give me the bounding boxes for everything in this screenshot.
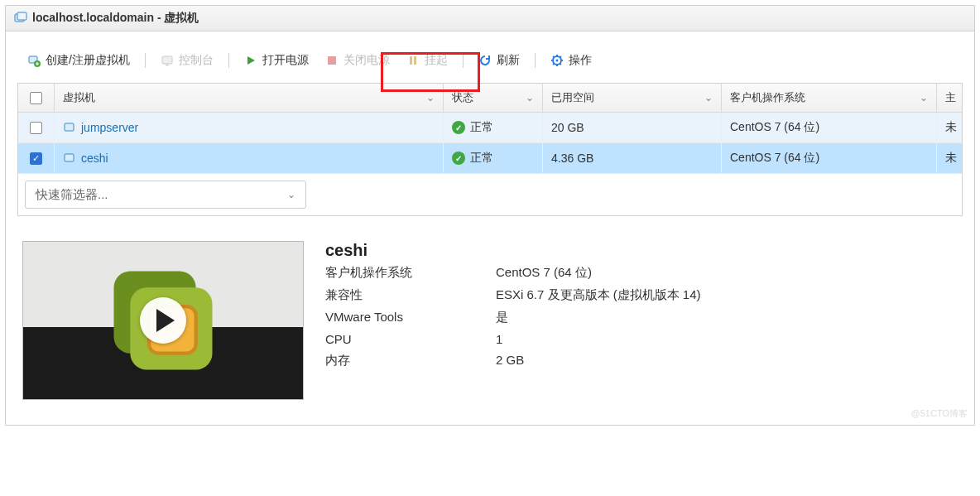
svg-rect-12 — [65, 154, 74, 161]
svg-rect-6 — [328, 56, 336, 65]
status-ok-icon: ✓ — [452, 121, 465, 134]
table-footer: 快速筛选器... ⌄ — [18, 174, 962, 215]
create-vm-icon — [27, 54, 41, 67]
svg-point-10 — [555, 60, 558, 62]
chevron-down-icon: ⌄ — [287, 189, 295, 200]
play-icon — [244, 54, 257, 67]
table-header-row: 虚拟机⌄ 状态⌄ 已用空间⌄ 客户机操作系统⌄ 主 — [18, 84, 962, 113]
table-row[interactable]: ✓ ceshi ✓正常 4.36 GB CentOS 7 (64 位) 未 — [18, 143, 962, 174]
power-on-button[interactable]: 打开电源 — [238, 50, 315, 71]
gear-icon — [550, 54, 564, 67]
status-cell: ✓正常 — [444, 143, 543, 173]
host-cell: 未 — [937, 113, 962, 142]
row-checkbox[interactable] — [30, 122, 42, 134]
detail-row: 兼容性ESXi 6.7 及更高版本 (虚拟机版本 14) — [325, 284, 958, 306]
pause-icon — [406, 54, 420, 67]
os-cell: CentOS 7 (64 位) — [722, 143, 937, 173]
header-space[interactable]: 已用空间⌄ — [543, 84, 722, 112]
stop-icon — [325, 54, 339, 67]
host-cell: 未 — [937, 143, 962, 173]
create-register-vm-button[interactable]: 创建/注册虚拟机 — [21, 50, 137, 71]
header-checkbox-cell[interactable] — [18, 84, 55, 112]
svg-rect-7 — [410, 56, 412, 65]
select-all-checkbox[interactable] — [30, 92, 42, 104]
panel-title: localhost.localdomain - 虚拟机 — [32, 11, 199, 26]
detail-area: ceshi 客户机操作系统CentOS 7 (64 位) 兼容性ESXi 6.7… — [17, 216, 963, 417]
play-overlay-icon — [140, 297, 186, 344]
vm-name-cell[interactable]: jumpserver — [55, 113, 444, 142]
vm-icon — [63, 152, 76, 165]
vm-name-cell[interactable]: ceshi — [55, 143, 444, 173]
svg-rect-11 — [65, 123, 74, 131]
svg-rect-4 — [162, 56, 172, 64]
toolbar-separator — [228, 53, 229, 68]
table-row[interactable]: jumpserver ✓正常 20 GB CentOS 7 (64 位) 未 — [18, 113, 962, 143]
vm-table: 虚拟机⌄ 状态⌄ 已用空间⌄ 客户机操作系统⌄ 主 jumpserver ✓正常… — [17, 83, 963, 216]
detail-row: CPU1 — [325, 329, 958, 349]
detail-row: VMware Tools是 — [325, 306, 958, 329]
refresh-button[interactable]: 刷新 — [472, 50, 526, 71]
space-cell: 20 GB — [543, 113, 722, 142]
detail-info: ceshi 客户机操作系统CentOS 7 (64 位) 兼容性ESXi 6.7… — [325, 241, 958, 400]
detail-row: 客户机操作系统CentOS 7 (64 位) — [325, 262, 958, 284]
chevron-down-icon: ⌄ — [920, 92, 928, 104]
status-ok-icon: ✓ — [452, 152, 465, 165]
chevron-down-icon: ⌄ — [526, 92, 534, 104]
row-checkbox-cell[interactable] — [18, 113, 55, 142]
header-os[interactable]: 客户机操作系统⌄ — [722, 84, 937, 112]
row-checkbox[interactable]: ✓ — [30, 152, 42, 165]
suspend-button: 挂起 — [400, 50, 454, 71]
quick-filter-select[interactable]: 快速筛选器... ⌄ — [25, 181, 306, 209]
svg-rect-1 — [17, 12, 26, 20]
power-off-button: 关闭电源 — [319, 50, 396, 71]
watermark: @51CTO博客 — [911, 407, 968, 420]
space-cell: 4.36 GB — [543, 143, 722, 173]
header-host[interactable]: 主 — [937, 84, 962, 112]
console-icon — [161, 54, 174, 67]
chevron-down-icon: ⌄ — [426, 92, 435, 104]
vm-icon — [63, 121, 76, 134]
vm-header-icon — [14, 12, 27, 25]
header-vm[interactable]: 虚拟机⌄ — [55, 84, 444, 112]
chevron-down-icon: ⌄ — [704, 92, 713, 104]
svg-rect-8 — [414, 56, 416, 65]
toolbar-separator — [463, 53, 464, 68]
svg-rect-5 — [166, 65, 169, 65]
os-cell: CentOS 7 (64 位) — [722, 113, 937, 142]
toolbar: 创建/注册虚拟机 控制台 打开电源 关闭电源 — [17, 46, 963, 83]
header-status[interactable]: 状态⌄ — [444, 84, 543, 112]
actions-button[interactable]: 操作 — [544, 50, 598, 71]
row-checkbox-cell[interactable]: ✓ — [18, 143, 55, 173]
vm-console-thumbnail[interactable] — [22, 241, 304, 400]
console-button: 控制台 — [154, 50, 220, 71]
detail-title: ceshi — [325, 241, 958, 260]
toolbar-separator — [145, 53, 146, 68]
panel-header: localhost.localdomain - 虚拟机 — [6, 6, 974, 31]
detail-row: 内存2 GB — [325, 349, 958, 372]
refresh-icon — [478, 54, 492, 67]
status-cell: ✓正常 — [444, 113, 543, 142]
toolbar-separator — [535, 53, 536, 68]
